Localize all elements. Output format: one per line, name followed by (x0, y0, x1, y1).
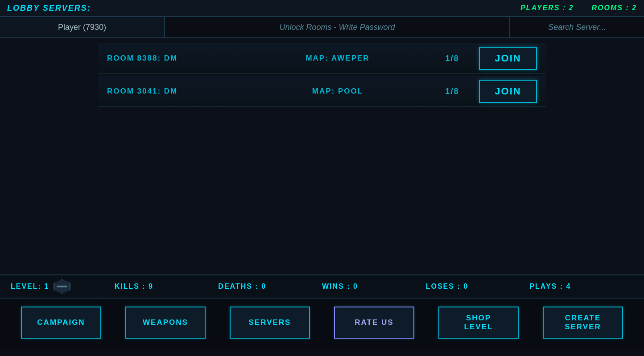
deaths-stat: DEATHS : 0 (218, 282, 322, 291)
shop-level-button[interactable]: SHOP LEVEL (438, 307, 519, 339)
level-stat: LEVEL: 1 (11, 279, 115, 294)
join-button-2[interactable]: JOIN (479, 80, 537, 103)
table-row: ROOM 8388: DM MAP: AWEPER 1/8 JOIN (98, 43, 546, 74)
badge-dash (57, 286, 67, 287)
password-input[interactable]: Unlock Rooms - Write Password (165, 17, 510, 37)
bottom-nav: CAMPAIGN WEAPONS SERVERS RATE US SHOP LE… (0, 298, 644, 347)
rooms-count: ROOMS : 2 (591, 4, 637, 12)
room-map-2: MAP: POOL (241, 87, 434, 96)
kills-stat: KILLS : 9 (115, 282, 219, 291)
deaths-label: DEATHS : 0 (218, 282, 266, 291)
plays-stat: PLAYS : 4 (529, 282, 633, 291)
table-row: ROOM 3041: DM MAP: POOL 1/8 JOIN (98, 76, 546, 107)
campaign-button[interactable]: CAMPAIGN (21, 307, 101, 339)
player-name: Player (7930) (0, 17, 165, 37)
stats-bar: LEVEL: 1 KILLS : 9 DEATHS : 0 WINS : 0 L… (0, 274, 644, 298)
create-server-button[interactable]: CREATE SERVER (543, 307, 623, 339)
level-badge (54, 279, 70, 294)
room-list: ROOM 8388: DM MAP: AWEPER 1/8 JOIN ROOM … (0, 43, 644, 107)
rate-us-button[interactable]: RATE US (334, 307, 414, 339)
room-name-2: ROOM 3041: DM (107, 87, 241, 96)
kills-label: KILLS : 9 (115, 282, 153, 291)
weapons-button[interactable]: WEAPONS (125, 307, 206, 339)
wins-stat: WINS : 0 (322, 282, 426, 291)
wins-label: WINS : 0 (322, 282, 358, 291)
level-label: LEVEL: 1 (11, 282, 49, 291)
room-players-2: 1/8 (434, 87, 470, 96)
loses-stat: LOSES : 0 (426, 282, 530, 291)
top-header: LOBBY SERVERS: PLAYERS : 2 ROOMS : 2 (0, 0, 644, 17)
search-input[interactable]: Search Server... (510, 17, 644, 37)
room-name-1: ROOM 8388: DM (107, 54, 241, 63)
join-button-1[interactable]: JOIN (479, 47, 537, 70)
player-row: Player (7930) Unlock Rooms - Write Passw… (0, 17, 644, 38)
room-players-1: 1/8 (434, 54, 470, 63)
main-content: ROOM 8388: DM MAP: AWEPER 1/8 JOIN ROOM … (0, 38, 644, 274)
loses-label: LOSES : 0 (426, 282, 468, 291)
servers-button[interactable]: SERVERS (230, 307, 310, 339)
header-stats: PLAYERS : 2 ROOMS : 2 (520, 4, 637, 12)
lobby-title: LOBBY SERVERS: (7, 4, 91, 13)
room-map-1: MAP: AWEPER (241, 54, 434, 63)
players-count: PLAYERS : 2 (520, 4, 574, 12)
plays-label: PLAYS : 4 (529, 282, 571, 291)
